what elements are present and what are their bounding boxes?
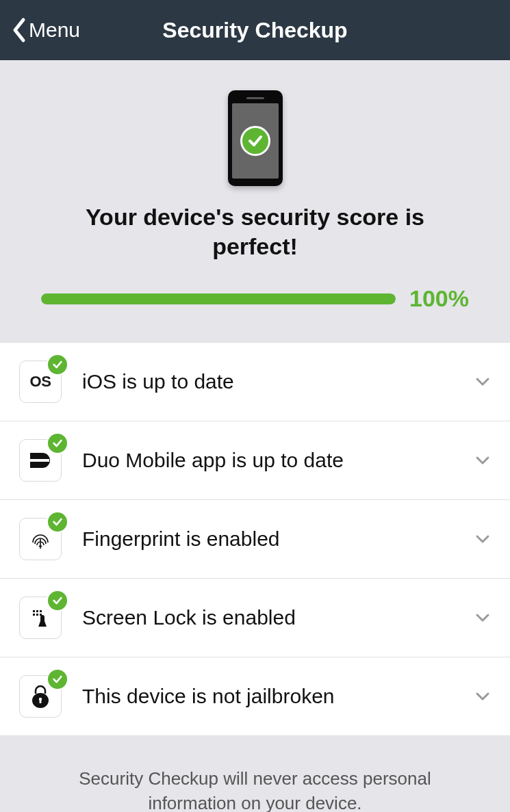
back-button[interactable]: Menu [11, 17, 80, 43]
check-item-label: This device is not jailbroken [82, 685, 454, 708]
check-item-label: Duo Mobile app is up to date [82, 449, 454, 472]
chevron-down-icon [474, 531, 491, 547]
progress-fill [41, 293, 396, 304]
progress-bar [41, 293, 396, 304]
chevron-left-icon [11, 17, 26, 43]
svg-rect-4 [33, 614, 35, 616]
footer-text: Security Checkup will never access perso… [41, 766, 469, 812]
chevron-down-icon [474, 452, 491, 469]
checkmark-badge-icon [47, 432, 68, 454]
chevron-down-icon [474, 688, 491, 705]
chevron-down-icon [474, 610, 491, 626]
nav-header: Menu Security Checkup [0, 0, 510, 60]
check-item-os[interactable]: OS iOS is up to date [0, 342, 510, 421]
footer: Security Checkup will never access perso… [0, 736, 510, 812]
svg-rect-2 [36, 610, 38, 612]
check-item-duo-app[interactable]: Duo Mobile app is up to date [0, 421, 510, 500]
checkmark-badge-icon [47, 668, 68, 690]
check-list: OS iOS is up to date Duo Mobile app is u… [0, 342, 510, 736]
back-label: Menu [29, 18, 80, 42]
progress-percent: 100% [409, 285, 469, 312]
phone-illustration [228, 90, 283, 186]
check-item-label: Screen Lock is enabled [82, 606, 454, 629]
page-title: Security Checkup [162, 18, 347, 43]
svg-rect-5 [36, 614, 38, 616]
svg-rect-1 [33, 610, 35, 612]
svg-rect-0 [30, 459, 49, 462]
svg-rect-9 [40, 699, 42, 703]
check-item-label: Fingerprint is enabled [82, 527, 454, 551]
svg-rect-3 [40, 610, 42, 612]
check-item-jailbreak[interactable]: This device is not jailbroken [0, 657, 510, 736]
hero-section: Your device's security score is perfect!… [0, 60, 510, 342]
checkmark-badge-icon [47, 590, 68, 612]
hero-title: Your device's security score is perfect! [41, 202, 469, 261]
check-item-fingerprint[interactable]: Fingerprint is enabled [0, 500, 510, 579]
checkmark-badge-icon [240, 126, 270, 156]
chevron-down-icon [474, 374, 491, 390]
check-item-label: iOS is up to date [82, 370, 454, 393]
checkmark-badge-icon [47, 354, 68, 376]
progress-row: 100% [41, 285, 469, 312]
check-item-screen-lock[interactable]: Screen Lock is enabled [0, 579, 510, 657]
checkmark-badge-icon [47, 511, 68, 533]
